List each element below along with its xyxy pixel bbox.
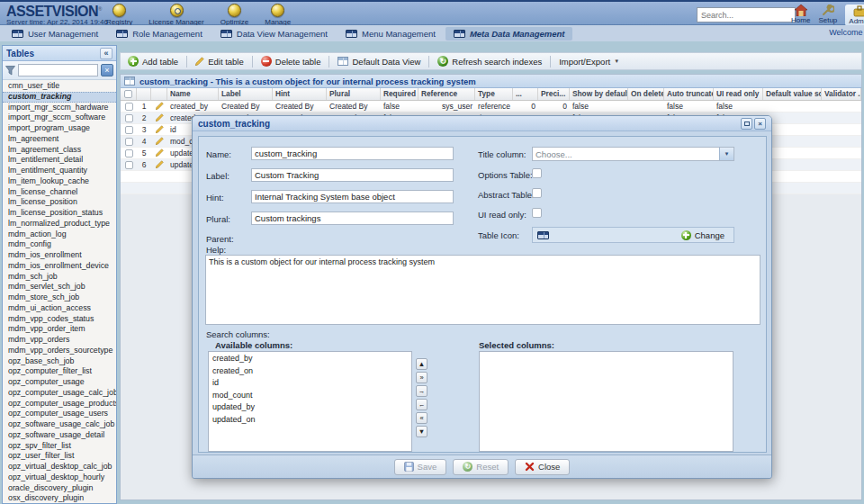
row-edit-button[interactable] [151,136,167,147]
grid-header-col[interactable]: Hint [273,88,327,100]
table-list-item[interactable]: opz_virtual_desktop_hourly [3,472,116,483]
grid-header-col[interactable]: Label [219,88,273,100]
table-list-item[interactable]: import_mgr_sccm_software [3,112,116,123]
move-up-icon[interactable]: ▲ [416,358,428,370]
table-list-item[interactable]: mdm_store_sch_job [3,292,116,303]
move-all-left-icon[interactable]: « [416,412,428,424]
table-list-item[interactable]: opz_virtual_desktop_calc_job [3,462,116,472]
table-list-item[interactable]: mdm_vpp_codes_status [3,314,116,325]
nav-tab[interactable]: Data View Management [212,27,336,40]
grid-header-col[interactable]: Show by default [570,88,628,100]
delete-table-button[interactable]: Delete table [258,55,324,68]
search-input[interactable] [697,7,796,22]
available-column-item[interactable]: created_on [209,365,411,378]
grid-header-col[interactable]: Auto truncate [664,88,714,100]
module-button[interactable]: Registry [106,4,132,26]
row-checkbox[interactable] [125,149,133,158]
module-button[interactable]: License Manager [148,4,203,26]
table-list-item[interactable]: custom_tracking [3,92,116,103]
close-button[interactable]: Close [515,459,570,475]
restore-window-icon[interactable] [741,118,752,130]
refresh-search-indexes-button[interactable]: ↻ Refresh search indexes [435,55,544,68]
help-textarea[interactable]: This is a custom object for our internal… [205,255,760,325]
table-list-item[interactable]: import_mgr_sccm_hardware [3,103,116,113]
move-all-right-icon[interactable]: » [416,372,428,383]
table-list-item[interactable]: mdm_action_log [3,230,116,240]
nav-tab[interactable]: User Management [4,27,106,40]
row-checkbox[interactable] [125,126,133,134]
table-list-item[interactable]: lm_agreement [3,134,116,145]
setup-button[interactable]: Setup [818,4,837,26]
chevron-down-icon[interactable]: ▼ [719,148,734,160]
grid-header-col[interactable]: Required [381,88,418,100]
table-list-item[interactable]: opz_user_filter_list [3,451,116,462]
row-checkbox[interactable] [125,103,133,111]
nav-tab[interactable]: Role Management [108,27,211,40]
table-list-item[interactable]: mdm_config [3,239,116,250]
grid-header-col[interactable]: Name [167,88,219,100]
row-edit-button[interactable] [151,124,167,135]
grid-header-col[interactable]: ... [513,88,538,100]
row-select-cell[interactable] [121,101,137,112]
table-list-item[interactable]: lm_license_position [3,197,116,208]
table-list-item[interactable]: opz_software_usage_detail [3,430,116,441]
table-list-item[interactable]: mdm_sch_job [3,272,116,283]
grid-header-col[interactable]: Plural [327,88,381,100]
row-select-cell[interactable] [121,112,137,123]
table-list-item[interactable]: mdm_vpp_orders_sourcetype [3,346,116,356]
hint-field[interactable] [251,190,454,203]
row-checkbox[interactable] [125,114,133,122]
row-edit-button[interactable] [151,148,167,158]
row-checkbox[interactable] [125,161,133,169]
edit-table-button[interactable]: Edit table [193,56,247,68]
save-button[interactable]: Save [394,459,447,475]
move-left-icon[interactable]: ← [416,399,428,410]
table-list-item[interactable]: import_program_usage [3,123,116,134]
label-field[interactable] [251,168,454,182]
available-column-item[interactable]: created_by [209,353,411,365]
table-list-item[interactable]: mdm_ios_enrollment_device [3,261,116,272]
available-column-item[interactable]: mod_count [209,390,411,402]
reset-button[interactable]: ↻ Reset [453,459,508,475]
table-list-item[interactable]: opz_spv_filter_list [3,441,116,452]
row-select-cell[interactable] [121,159,137,170]
admin-button[interactable]: Admin [845,4,864,26]
options-table-checkbox[interactable] [532,168,542,178]
table-filter-input[interactable] [18,64,98,76]
selected-columns-list[interactable] [479,351,734,452]
change-icon-button[interactable]: Change [677,230,729,241]
name-field[interactable] [251,147,454,160]
table-list-item[interactable]: opz_base_sch_job [3,356,116,367]
row-edit-button[interactable] [151,112,167,123]
table-list-item[interactable]: lm_license_channel [3,187,116,198]
table-list-item[interactable]: opz_computer_usage_calc_job [3,388,116,399]
available-column-item[interactable]: updated_by [209,401,411,414]
row-select-cell[interactable] [121,136,137,147]
abstract-table-checkbox[interactable] [532,188,542,198]
table-list-item[interactable]: mdm_vpp_orders [3,335,116,346]
grid-header-col[interactable]: On delete [628,88,664,100]
table-list-item[interactable]: lm_item_lookup_cache [3,176,116,187]
table-list-item[interactable]: opz_software_usage_calc_job [3,419,116,430]
ui-read-only-checkbox[interactable] [532,208,542,218]
home-button[interactable]: Home [791,4,810,26]
module-button[interactable]: Manage [265,4,291,26]
table-list-item[interactable]: cmn_user_title [3,81,116,92]
close-window-icon[interactable]: × [754,118,766,130]
row-edit-button[interactable] [151,159,167,170]
table-list-item[interactable]: lm_normalized_product_type [3,219,116,230]
table-list-item[interactable]: opz_computer_usage_products [3,399,116,410]
grid-row[interactable]: 1created_byCreated ByCreated ByCreated B… [121,101,861,112]
available-column-item[interactable]: id [209,377,411,390]
collapse-panel-icon[interactable]: « [100,48,112,59]
grid-header-col[interactable]: Reference [418,88,475,100]
clear-filter-icon[interactable]: × [101,64,113,76]
row-checkbox[interactable] [125,138,133,146]
table-list-item[interactable]: lm_agreement_class [3,145,116,156]
default-data-view-button[interactable]: Default Data View [335,56,423,68]
table-list-item[interactable]: lm_entitlement_detail [3,155,116,166]
table-list-item[interactable]: opz_computer_filter_list [3,366,116,377]
grid-header-col[interactable]: Default value sc... [763,88,822,100]
grid-header-col[interactable]: Preci... [538,88,570,100]
table-list-item[interactable]: opz_computer_usage_users [3,409,116,419]
